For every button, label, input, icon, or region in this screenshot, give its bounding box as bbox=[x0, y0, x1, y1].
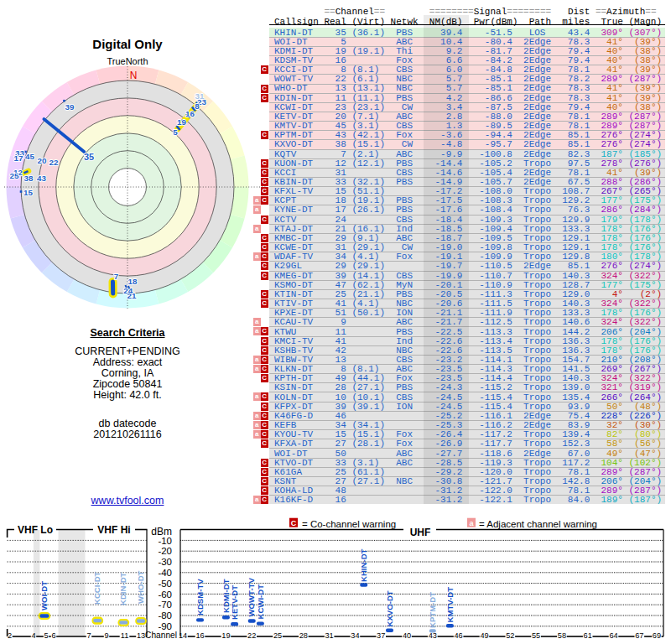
svg-text:58: 58 bbox=[558, 631, 566, 640]
svg-text:KCCI-DT: KCCI-DT bbox=[93, 571, 102, 605]
svg-text:VHF Lo: VHF Lo bbox=[18, 524, 53, 536]
svg-text:VHF Hi: VHF Hi bbox=[97, 524, 130, 536]
svg-text:37: 37 bbox=[377, 631, 385, 640]
svg-text:-50: -50 bbox=[158, 579, 172, 589]
svg-text:-30: -30 bbox=[158, 557, 172, 567]
svg-text:= Adjacent channel warning: = Adjacent channel warning bbox=[479, 519, 597, 529]
svg-text:49: 49 bbox=[480, 631, 488, 640]
svg-text:UHF: UHF bbox=[410, 527, 431, 538]
svg-text:11: 11 bbox=[121, 631, 129, 640]
svg-text:WOI-DT: WOI-DT bbox=[39, 581, 49, 610]
svg-text:Channel: Channel bbox=[145, 631, 177, 640]
svg-text:2: 2 bbox=[8, 631, 12, 640]
svg-text:25: 25 bbox=[273, 631, 282, 640]
svg-text:-80: -80 bbox=[158, 610, 172, 621]
svg-text:7: 7 bbox=[86, 631, 91, 640]
svg-text:46: 46 bbox=[454, 631, 462, 640]
svg-text:dBm: dBm bbox=[151, 526, 172, 538]
svg-text:KPTM-DT: KPTM-DT bbox=[428, 592, 437, 628]
svg-text:19: 19 bbox=[221, 631, 230, 640]
svg-text:KHIN-DT: KHIN-DT bbox=[359, 548, 368, 582]
svg-text:6: 6 bbox=[51, 631, 55, 640]
svg-text:55: 55 bbox=[532, 631, 540, 640]
svg-text:-40: -40 bbox=[158, 568, 172, 578]
svg-text:14: 14 bbox=[179, 631, 187, 640]
svg-text:31: 31 bbox=[325, 631, 333, 640]
svg-text:52: 52 bbox=[506, 631, 514, 640]
svg-text:KXVO-DT: KXVO-DT bbox=[385, 590, 394, 626]
svg-text:KDIN-DT: KDIN-DT bbox=[119, 572, 128, 605]
svg-text:-60: -60 bbox=[158, 589, 172, 600]
svg-text:C: C bbox=[291, 519, 297, 527]
svg-text:34: 34 bbox=[351, 631, 359, 640]
svg-text:9: 9 bbox=[104, 631, 108, 640]
svg-text:40: 40 bbox=[403, 631, 411, 640]
svg-text:67: 67 bbox=[635, 631, 643, 640]
svg-text:28: 28 bbox=[299, 631, 308, 640]
svg-text:4: 4 bbox=[31, 631, 35, 640]
svg-text:-70: -70 bbox=[158, 600, 172, 610]
svg-text:16: 16 bbox=[195, 631, 204, 640]
svg-text:KCWI-DT: KCWI-DT bbox=[256, 584, 265, 620]
svg-text:61: 61 bbox=[584, 631, 592, 640]
svg-text:WHO-DT: WHO-DT bbox=[136, 570, 145, 604]
svg-text:KETV-DT: KETV-DT bbox=[230, 585, 239, 620]
svg-text:5: 5 bbox=[44, 631, 48, 640]
svg-text:22: 22 bbox=[247, 631, 256, 640]
svg-text:KMTV-DT: KMTV-DT bbox=[445, 587, 455, 623]
svg-text:64: 64 bbox=[609, 631, 617, 640]
svg-text:-90: -90 bbox=[158, 621, 172, 631]
svg-text:KDSM-TV: KDSM-TV bbox=[195, 579, 205, 615]
svg-text:-20: -20 bbox=[158, 546, 172, 556]
svg-text:= Co-channel warning: = Co-channel warning bbox=[302, 519, 396, 529]
svg-text:13: 13 bbox=[137, 631, 145, 640]
svg-text:69: 69 bbox=[653, 631, 661, 640]
